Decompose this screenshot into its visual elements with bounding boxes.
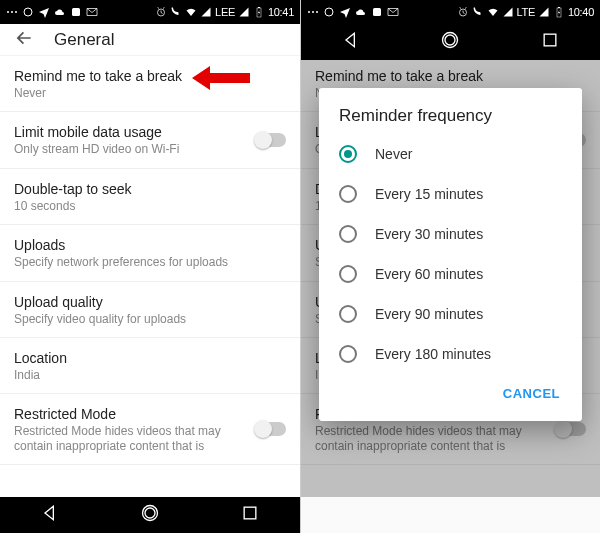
radio-icon — [339, 185, 357, 203]
carrier-text: LEE — [215, 6, 235, 18]
carrier-text: LTE — [517, 6, 535, 18]
option-60min[interactable]: Every 60 minutes — [319, 254, 582, 294]
svg-rect-18 — [558, 7, 560, 8]
clock-text: 10:41 — [268, 6, 294, 18]
row-title: Limit mobile data usage — [14, 124, 286, 140]
status-bar: LEE 10:41 — [0, 0, 300, 24]
option-label: Every 90 minutes — [375, 306, 483, 322]
app-icon — [70, 6, 82, 18]
option-15min[interactable]: Every 15 minutes — [319, 174, 582, 214]
row-subtitle: 10 seconds — [14, 199, 244, 213]
option-never[interactable]: Never — [319, 134, 582, 174]
option-180min[interactable]: Every 180 minutes — [319, 334, 582, 374]
row-subtitle: Restricted Mode hides videos that may co… — [315, 424, 545, 453]
annotation-arrow-icon — [192, 66, 250, 94]
row-title: Restricted Mode — [14, 406, 286, 422]
svg-point-14 — [325, 8, 333, 16]
svg-rect-7 — [258, 7, 260, 8]
row-subtitle: Only stream HD video on Wi-Fi — [14, 142, 244, 156]
nav-home-icon[interactable] — [440, 30, 460, 54]
wifi-icon — [487, 6, 499, 18]
app-icon — [371, 6, 383, 18]
radio-icon — [339, 225, 357, 243]
page-title: General — [54, 30, 114, 50]
svg-point-1 — [11, 11, 13, 13]
row-location[interactable]: Location India — [0, 338, 300, 394]
radio-icon — [339, 265, 357, 283]
svg-point-13 — [316, 11, 318, 13]
cancel-button[interactable]: CANCEL — [495, 380, 568, 407]
volte-icon — [472, 6, 484, 18]
clock-text: 10:40 — [568, 6, 594, 18]
ring-icon — [22, 6, 34, 18]
svg-point-3 — [24, 8, 32, 16]
radio-icon — [339, 145, 357, 163]
cloud-icon — [355, 6, 367, 18]
option-label: Every 60 minutes — [375, 266, 483, 282]
radio-icon — [339, 305, 357, 323]
option-label: Every 30 minutes — [375, 226, 483, 242]
signal2-icon — [238, 6, 250, 18]
battery-icon — [253, 6, 265, 18]
mail-icon — [387, 6, 399, 18]
alarm-icon — [155, 6, 167, 18]
nav-back-icon[interactable] — [40, 503, 60, 527]
phone-left: LEE 10:41 General Remind me to take a br… — [0, 0, 300, 533]
dialog-title: Reminder frequency — [319, 106, 582, 134]
nav-home-icon[interactable] — [140, 503, 160, 527]
status-bar: LTE 10:40 — [301, 0, 600, 24]
nav-recent-icon[interactable] — [540, 30, 560, 54]
svg-point-8 — [145, 508, 155, 518]
nav-recent-icon[interactable] — [240, 503, 260, 527]
svg-rect-21 — [544, 34, 556, 46]
settings-list: Remind me to take a break Never Limit mo… — [0, 56, 300, 465]
svg-rect-15 — [373, 8, 381, 16]
nav-bar — [0, 497, 300, 533]
signal-icon — [502, 6, 514, 18]
phone-right: LTE 10:40 General Remind me to take a br… — [300, 0, 600, 533]
alarm-icon — [457, 6, 469, 18]
signal-icon — [200, 6, 212, 18]
row-uploads[interactable]: Uploads Specify network preferences for … — [0, 225, 300, 281]
mail-icon — [86, 6, 98, 18]
option-label: Every 15 minutes — [375, 186, 483, 202]
plane-icon — [339, 6, 351, 18]
app-bar: General — [0, 24, 300, 56]
toggle-switch[interactable] — [256, 133, 286, 147]
volte-icon — [170, 6, 182, 18]
option-label: Never — [375, 146, 412, 162]
row-limit-mobile-data[interactable]: Limit mobile data usage Only stream HD v… — [0, 112, 300, 168]
option-90min[interactable]: Every 90 minutes — [319, 294, 582, 334]
plane-icon — [38, 6, 50, 18]
svg-point-19 — [445, 35, 455, 45]
option-label: Every 180 minutes — [375, 346, 491, 362]
back-icon[interactable] — [14, 28, 34, 52]
svg-point-12 — [312, 11, 314, 13]
row-upload-quality[interactable]: Upload quality Specify video quality for… — [0, 282, 300, 338]
row-subtitle: Restricted Mode hides videos that may co… — [14, 424, 244, 453]
row-title: Location — [14, 350, 286, 366]
radio-icon — [339, 345, 357, 363]
row-title: Uploads — [14, 237, 286, 253]
toggle-switch[interactable] — [256, 422, 286, 436]
row-restricted-mode[interactable]: Restricted Mode Restricted Mode hides vi… — [0, 394, 300, 465]
svg-point-11 — [308, 11, 310, 13]
option-30min[interactable]: Every 30 minutes — [319, 214, 582, 254]
toggle-switch[interactable] — [556, 422, 586, 436]
svg-point-0 — [7, 11, 9, 13]
row-title: Double-tap to seek — [14, 181, 286, 197]
row-double-tap[interactable]: Double-tap to seek 10 seconds — [0, 169, 300, 225]
row-subtitle: Specify network preferences for uploads — [14, 255, 244, 269]
battery-icon — [553, 6, 565, 18]
row-remind-break[interactable]: Remind me to take a break Never — [0, 56, 300, 112]
nav-back-icon[interactable] — [341, 30, 361, 54]
reminder-frequency-dialog: Reminder frequency Never Every 15 minute… — [319, 88, 582, 421]
cloud-icon — [54, 6, 66, 18]
row-title: Upload quality — [14, 294, 286, 310]
svg-rect-10 — [244, 507, 256, 519]
row-title: Remind me to take a break — [315, 68, 586, 84]
wifi-icon — [185, 6, 197, 18]
row-subtitle: Specify video quality for uploads — [14, 312, 244, 326]
more-icon — [6, 6, 18, 18]
nav-bar — [301, 24, 600, 60]
